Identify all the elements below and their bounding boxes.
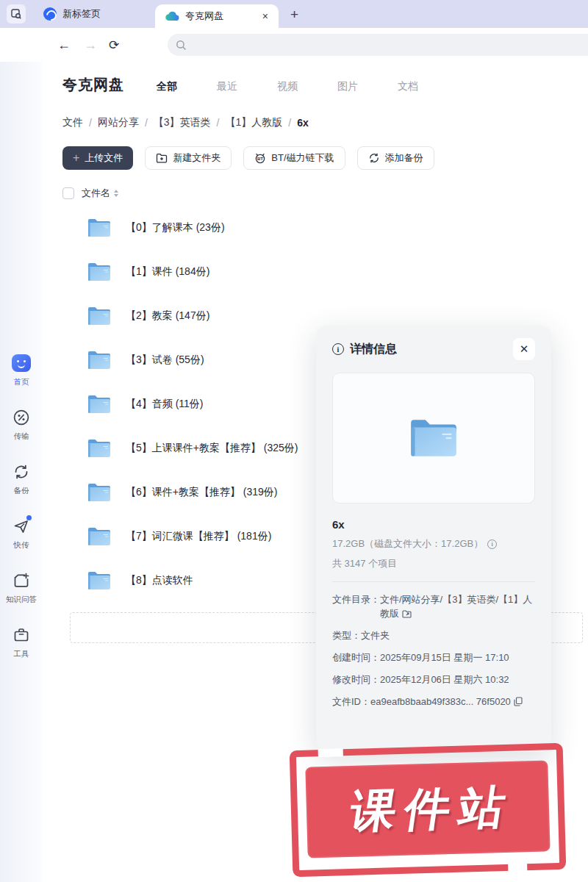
copy-icon[interactable] bbox=[514, 697, 523, 706]
details-item-count: 共 3147 个项目 bbox=[332, 557, 535, 570]
file-row[interactable]: 【0】了解课本 (23份) bbox=[62, 206, 577, 250]
tab-close-icon[interactable]: × bbox=[262, 11, 268, 21]
breadcrumb-separator: / bbox=[89, 117, 92, 129]
filter-tab-4[interactable]: 文档 bbox=[398, 80, 418, 93]
folder-icon bbox=[86, 437, 112, 459]
details-title: 详情信息 bbox=[350, 342, 397, 357]
folder-icon bbox=[86, 349, 112, 371]
sidebar-item-knowledge-qa[interactable]: 知识问答 bbox=[0, 570, 42, 605]
breadcrumb-separator: / bbox=[217, 117, 220, 129]
file-name: 【5】上课课件+教案【推荐】 (325份) bbox=[126, 442, 298, 455]
new-tab-button[interactable]: + bbox=[290, 7, 298, 21]
sidebar-item-quick-transfer[interactable]: 快传 bbox=[0, 516, 42, 551]
details-size: 17.2GB（磁盘文件大小：17.2GB） bbox=[332, 537, 483, 551]
breadcrumb-separator: / bbox=[288, 117, 291, 129]
folder-icon bbox=[86, 261, 112, 283]
filename-column-header[interactable]: 文件名 bbox=[82, 187, 110, 200]
filter-tab-1[interactable]: 最近 bbox=[217, 80, 237, 93]
file-name: 【4】音频 (11份) bbox=[126, 398, 204, 411]
details-row-modified: 修改时间： 2025年12月06日 星期六 10:32 bbox=[332, 673, 535, 686]
details-row-file-id: 文件ID： ea9eafb8baab49f383c... 76f5020 bbox=[332, 695, 535, 709]
new-folder-button[interactable]: 新建文件夹 bbox=[145, 146, 232, 170]
add-backup-button[interactable]: 添加备份 bbox=[357, 146, 434, 170]
file-name: 【1】课件 (184份) bbox=[126, 265, 209, 279]
breadcrumb-item-0[interactable]: 文件 bbox=[62, 116, 83, 129]
folder-icon bbox=[86, 570, 112, 592]
sidebar-item-transfer[interactable]: 传输 bbox=[0, 407, 42, 442]
file-name: 【7】词汇微课【推荐】 (181份) bbox=[126, 530, 271, 543]
open-folder-link-icon[interactable] bbox=[402, 609, 412, 618]
tab-search-icon bbox=[11, 9, 21, 19]
sort-icon[interactable] bbox=[114, 190, 118, 197]
watermark-stamp: 课件站 bbox=[290, 743, 567, 877]
folder-icon bbox=[86, 393, 112, 415]
breadcrumb-item-1[interactable]: 网站分享 bbox=[98, 116, 139, 129]
paper-plane-icon bbox=[11, 516, 31, 536]
folder-plus-icon bbox=[156, 152, 168, 164]
bt-download-icon: BT bbox=[254, 152, 266, 164]
file-name: 【6】课件+教案【推荐】 (319份) bbox=[126, 486, 278, 499]
divider bbox=[332, 581, 535, 582]
stamp-text: 课件站 bbox=[337, 776, 518, 843]
folder-preview-card bbox=[332, 373, 535, 503]
browser-tab-quark-drive[interactable]: 夸克网盘 × bbox=[155, 4, 279, 28]
breadcrumb-current: 6x bbox=[297, 117, 309, 129]
search-icon bbox=[176, 40, 187, 51]
details-row-directory: 文件目录： 文件/网站分享/【3】英语类/【1】人教版 bbox=[332, 592, 535, 620]
info-icon: i bbox=[332, 343, 344, 355]
list-header: 文件名 bbox=[62, 187, 118, 200]
breadcrumb-separator: / bbox=[145, 117, 148, 129]
back-icon[interactable]: ← bbox=[57, 38, 71, 51]
breadcrumb-item-2[interactable]: 【3】英语类 bbox=[154, 116, 211, 129]
action-buttons: + 上传文件 新建文件夹 BT BT/磁力链下载 添加备份 bbox=[62, 146, 434, 170]
knowledge-qa-icon bbox=[11, 570, 31, 590]
reload-icon[interactable]: ⟳ bbox=[109, 39, 119, 51]
browser-toolbar: ← → ⟳ bbox=[0, 28, 588, 62]
details-file-name: 6x bbox=[332, 518, 535, 531]
sidebar-item-tools[interactable]: 工具 bbox=[0, 625, 42, 659]
filter-tab-0[interactable]: 全部 bbox=[157, 80, 177, 93]
file-name: 【3】试卷 (55份) bbox=[126, 354, 204, 367]
size-info-icon[interactable]: i bbox=[487, 539, 497, 549]
upload-file-button[interactable]: + 上传文件 bbox=[62, 146, 133, 170]
breadcrumb-item-3[interactable]: 【1】人教版 bbox=[225, 116, 282, 129]
folder-icon bbox=[86, 526, 112, 548]
page-title: 夸克网盘 bbox=[62, 75, 124, 95]
quark-drive-cloud-icon bbox=[165, 11, 179, 21]
close-icon[interactable]: ✕ bbox=[513, 338, 535, 360]
plus-icon: + bbox=[73, 152, 79, 164]
folder-icon bbox=[86, 305, 112, 327]
sync-circle-icon bbox=[368, 152, 380, 164]
file-name: 【2】教案 (147份) bbox=[126, 309, 209, 323]
browser-tab-newtab[interactable]: 新标签页 bbox=[33, 0, 111, 28]
filter-tab-2[interactable]: 视频 bbox=[277, 80, 298, 93]
backup-sync-icon bbox=[11, 462, 31, 481]
stamp-inner: 课件站 bbox=[305, 760, 550, 858]
file-row[interactable]: 【1】课件 (184份) bbox=[62, 250, 577, 294]
toolbox-icon bbox=[11, 625, 31, 645]
file-name: 【0】了解课本 (23份) bbox=[126, 221, 225, 234]
breadcrumb: 文件/网站分享/【3】英语类/【1】人教版/6x bbox=[62, 116, 309, 129]
folder-icon bbox=[86, 481, 112, 503]
browser-tab-label: 新标签页 bbox=[62, 7, 101, 21]
svg-text:BT: BT bbox=[257, 157, 263, 161]
forward-icon: → bbox=[84, 38, 97, 51]
select-all-checkbox[interactable] bbox=[62, 187, 74, 199]
notification-dot bbox=[26, 515, 32, 520]
folder-icon bbox=[86, 217, 112, 239]
details-row-created: 创建时间： 2025年09月15日 星期一 17:10 bbox=[332, 650, 535, 664]
details-panel: i 详情信息 ✕ 6x 17.2GB（磁盘文件大小：17.2GB） i 共 31… bbox=[316, 326, 551, 752]
filter-tab-3[interactable]: 图片 bbox=[337, 80, 358, 93]
sidebar-item-home[interactable]: 首页 bbox=[0, 353, 42, 387]
tab-search-button[interactable] bbox=[7, 4, 26, 24]
browser-tab-bar: 新标签页 夸克网盘 × + bbox=[0, 0, 588, 28]
address-search-bar[interactable] bbox=[168, 34, 588, 56]
home-smile-icon bbox=[11, 353, 31, 373]
browser-tab-label: 夸克网盘 bbox=[185, 10, 223, 23]
bt-magnet-download-button[interactable]: BT BT/磁力链下载 bbox=[243, 146, 345, 170]
filter-tabs: 全部最近视频图片文档 bbox=[157, 80, 458, 93]
folder-icon bbox=[406, 415, 461, 461]
details-row-type: 类型： 文件夹 bbox=[332, 628, 535, 642]
file-name: 【8】点读软件 bbox=[126, 574, 193, 587]
sidebar-item-backup[interactable]: 备份 bbox=[0, 462, 42, 496]
